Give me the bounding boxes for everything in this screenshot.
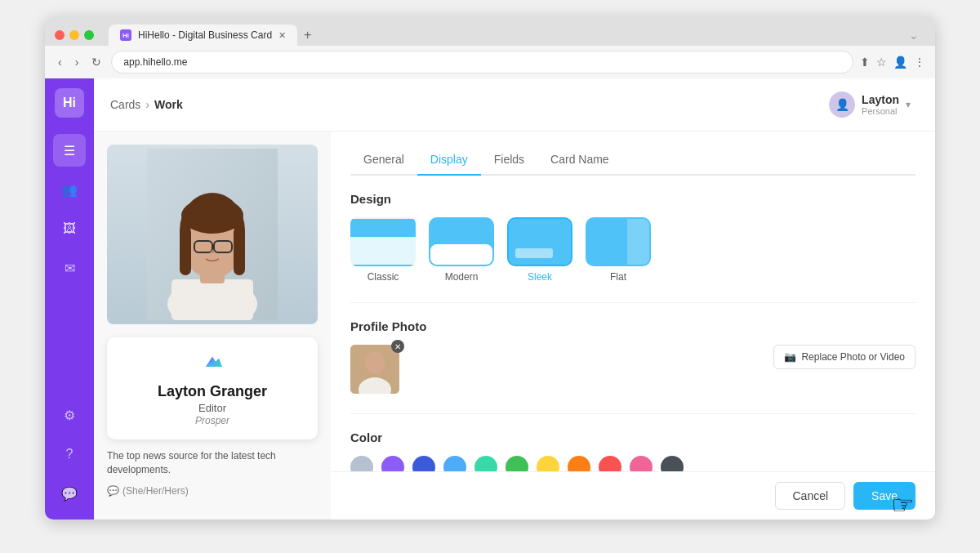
color-swatch-purple[interactable]	[381, 456, 404, 471]
color-swatches	[350, 456, 915, 471]
avatar: 👤	[829, 91, 855, 118]
design-modern-inner	[430, 219, 492, 265]
extensions-icon[interactable]: 👤	[893, 56, 907, 69]
browser-toolbar: ‹ › ↻ app.hihello.me ⬆ ☆ 👤 ⋮	[45, 46, 935, 78]
card-preview-title: Editor	[120, 402, 305, 414]
share-icon[interactable]: ⬆	[860, 56, 870, 69]
sidebar-item-media[interactable]: 🖼	[53, 212, 86, 245]
close-traffic-light[interactable]	[55, 30, 65, 40]
cancel-button[interactable]: Cancel	[775, 482, 845, 510]
color-swatch-light-blue[interactable]	[443, 456, 466, 471]
color-swatch-teal[interactable]	[474, 456, 497, 471]
replace-photo-button[interactable]: 📷 Replace Photo or Video	[773, 345, 915, 369]
save-button[interactable]: Save	[853, 482, 915, 510]
divider-2	[350, 413, 915, 414]
color-swatch-green[interactable]	[506, 456, 528, 471]
sidebar-item-settings[interactable]: ⚙	[53, 399, 86, 431]
color-swatch-yellow[interactable]	[537, 456, 559, 471]
design-option-sleek[interactable]: Sleek	[507, 217, 572, 283]
photo-inner	[107, 145, 318, 324]
breadcrumb-current: Work	[154, 98, 183, 111]
design-options: Classic Modern	[350, 217, 915, 283]
sidebar-item-cards[interactable]: ☰	[53, 134, 86, 167]
svg-point-8	[181, 198, 243, 234]
breadcrumb-separator: ›	[145, 98, 149, 111]
design-card-classic[interactable]	[350, 217, 416, 266]
camera-icon: 📷	[784, 351, 796, 363]
sidebar-item-contacts[interactable]: 👥	[53, 173, 86, 206]
card-preview-panel: Layton Granger Editor Prosper The top ne…	[94, 132, 331, 520]
user-menu[interactable]: 👤 Layton Personal ▾	[821, 88, 919, 121]
sidebar-item-help[interactable]: ?	[53, 438, 86, 470]
color-swatch-dark[interactable]	[661, 456, 684, 471]
design-sleek-label: Sleek	[528, 271, 552, 283]
design-card-sleek[interactable]	[507, 217, 572, 266]
photo-remove-button[interactable]: ✕	[391, 340, 404, 353]
forward-button[interactable]: ›	[72, 52, 82, 72]
main-content: Cards › Work 👤 Layton Personal ▾	[94, 78, 935, 520]
color-swatch-pink[interactable]	[630, 456, 653, 471]
profile-photo-section: Profile Photo	[350, 319, 915, 394]
profile-photo-area: ✕ 📷 Replace Photo or Video	[350, 345, 915, 394]
window-controls: ⌄	[909, 29, 925, 42]
sidebar: Hi ☰ 👥 🖼 ✉ ⚙ ? 💬	[45, 78, 94, 520]
new-tab-button[interactable]: +	[297, 25, 318, 46]
tabs-bar: General Display Fields Card Name	[350, 145, 915, 176]
messages-icon: ✉	[65, 261, 75, 276]
sidebar-item-messages[interactable]: ✉	[53, 252, 86, 284]
design-option-modern[interactable]: Modern	[429, 217, 494, 283]
card-preview-name: Layton Granger	[120, 383, 305, 400]
card-bio: The top news source for the latest tech …	[107, 449, 318, 477]
settings-panel: General Display Fields Card Name Design	[331, 132, 935, 471]
breadcrumb: Cards › Work	[110, 98, 183, 111]
reload-button[interactable]: ↻	[88, 52, 105, 72]
color-swatch-red[interactable]	[599, 456, 621, 471]
minimize-traffic-light[interactable]	[69, 30, 79, 40]
design-option-classic[interactable]: Classic	[350, 217, 416, 283]
menu-icon[interactable]: ⋮	[914, 56, 925, 69]
design-flat-label: Flat	[610, 271, 626, 283]
photo-thumb-wrapper: ✕	[350, 345, 399, 394]
user-role: Personal	[862, 106, 899, 116]
design-card-flat[interactable]	[586, 217, 651, 266]
tab-general[interactable]: General	[350, 145, 417, 176]
color-swatch-orange[interactable]	[568, 456, 590, 471]
sidebar-logo[interactable]: Hi	[55, 88, 84, 118]
tab-card-name[interactable]: Card Name	[537, 145, 622, 176]
content-area: Layton Granger Editor Prosper The top ne…	[94, 132, 935, 520]
back-button[interactable]: ‹	[55, 52, 65, 72]
browser-tabs: Hi HiHello - Digital Business Card ✕ +	[109, 25, 902, 46]
design-option-flat[interactable]: Flat	[586, 217, 651, 283]
svg-rect-9	[180, 226, 191, 275]
url-text: app.hihello.me	[123, 56, 187, 68]
breadcrumb-cards-link[interactable]: Cards	[110, 98, 140, 111]
card-logo	[199, 350, 225, 377]
traffic-lights	[55, 30, 94, 40]
settings-wrapper: General Display Fields Card Name Design	[331, 132, 935, 520]
bookmark-icon[interactable]: ☆	[876, 56, 887, 69]
svg-point-16	[365, 351, 385, 374]
chat-icon: 💬	[61, 486, 78, 502]
cards-icon: ☰	[64, 143, 75, 158]
contacts-icon: 👥	[61, 182, 78, 198]
address-bar[interactable]: app.hihello.me	[111, 51, 853, 74]
color-swatch-multicolor[interactable]	[350, 456, 373, 471]
active-tab[interactable]: Hi HiHello - Digital Business Card ✕	[109, 25, 297, 46]
svg-rect-3	[172, 279, 253, 320]
design-section: Design Classic	[350, 192, 915, 283]
business-card-preview: Layton Granger Editor Prosper	[107, 337, 318, 439]
maximize-traffic-light[interactable]	[84, 30, 94, 40]
profile-thumb-svg	[350, 345, 399, 394]
replace-photo-label: Replace Photo or Video	[801, 351, 905, 363]
color-swatch-dark-blue[interactable]	[412, 456, 435, 471]
tab-fields[interactable]: Fields	[481, 145, 537, 176]
design-card-modern[interactable]	[429, 217, 494, 266]
profile-photo-thumb	[350, 345, 399, 394]
design-classic-inner	[352, 219, 414, 265]
tab-display[interactable]: Display	[417, 145, 481, 176]
help-icon: ?	[66, 447, 74, 462]
divider-1	[350, 302, 915, 303]
sidebar-item-chat[interactable]: 💬	[53, 477, 86, 510]
user-name: Layton	[862, 93, 899, 106]
tab-close-button[interactable]: ✕	[278, 30, 286, 41]
